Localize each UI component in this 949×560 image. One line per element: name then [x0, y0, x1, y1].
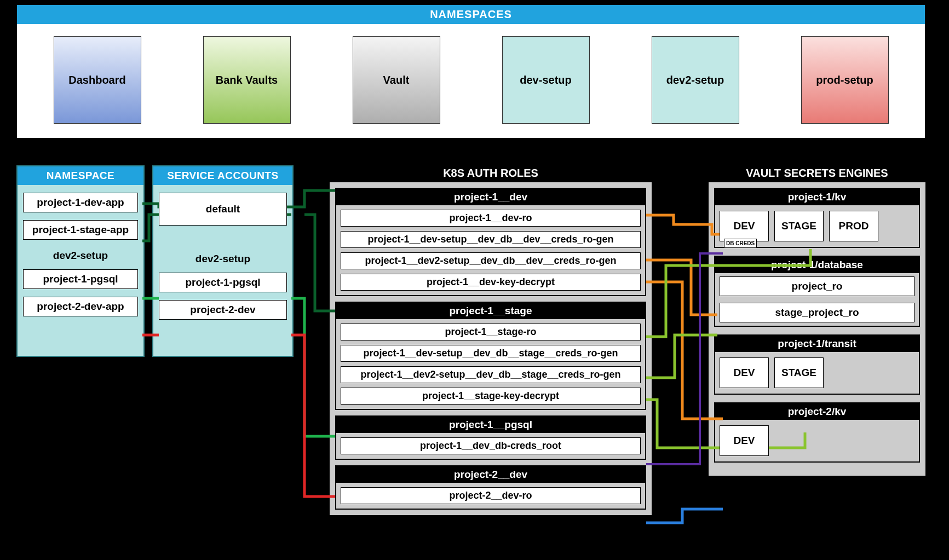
engine-cell: DEV: [720, 425, 769, 456]
auth-role-item: project-1__dev-ro: [341, 210, 641, 227]
namespace-sublabel: dev2-setup: [23, 250, 138, 262]
namespace-column: NAMESPACE project-1-dev-appproject-1-sta…: [16, 165, 145, 357]
namespace-box: Bank Vaults: [203, 36, 291, 124]
namespace-entry: project-1-pgsql: [23, 269, 138, 289]
namespace-entry: project-2-dev-app: [23, 297, 138, 316]
connector-line: [646, 260, 717, 315]
auth-role-item: project-1__dev-setup__dev_db__stage__cre…: [341, 345, 641, 362]
namespace-box: Dashboard: [54, 36, 141, 124]
namespaces-row: DashboardBank VaultsVaultdev-setupdev2-s…: [17, 24, 925, 138]
auth-role-item: project-1__dev-key-decrypt: [341, 274, 641, 291]
engine-group-title: project-2/kv: [715, 403, 919, 420]
engine-group-title: project-1/transit: [715, 336, 919, 352]
auth-role-item: project-1__dev2-setup__dev_db__stage__cr…: [341, 366, 641, 383]
engine-group-title: project-1/database: [715, 257, 919, 273]
engine-cell: project_ro: [720, 276, 915, 296]
namespace-box: dev-setup: [502, 36, 590, 124]
auth-role-item: project-1__stage-ro: [341, 324, 641, 340]
service-accounts-column: SERVICE ACCOUNTS default dev2-setup proj…: [152, 165, 294, 357]
engine-cell: STAGE: [774, 357, 824, 388]
engine-group: project-1/transitDEVSTAGE: [714, 334, 920, 395]
engine-group-title: project-1/kv: [715, 189, 919, 205]
auth-role-item: project-1__dev2-setup__dev_db__dev__cred…: [341, 252, 641, 269]
service-account-entry: project-2-dev: [159, 300, 287, 320]
service-account-items: default: [153, 193, 292, 226]
service-accounts-sublabel: dev2-setup: [159, 253, 287, 265]
engines-title: VAULT SECRETS ENGINES: [709, 164, 925, 182]
service-account-items-2: project-1-pgsqlproject-2-dev: [153, 273, 292, 320]
service-account-entry: project-1-pgsql: [159, 273, 287, 292]
namespace-entry: project-1-stage-app: [23, 220, 138, 240]
service-account-entry: default: [159, 193, 287, 226]
engine-groups: project-1/kvDEVSTAGEPRODproject-1/databa…: [709, 188, 925, 463]
namespace-items: project-1-dev-appproject-1-stage-app: [18, 193, 143, 240]
auth-role-group: project-1__pgsqlproject-1__dev_db-creds_…: [335, 415, 646, 460]
auth-role-group: project-1__devproject-1__dev-roproject-1…: [335, 188, 646, 296]
auth-roles-panel: K8S AUTH ROLES project-1__devproject-1__…: [329, 163, 653, 516]
namespace-box: dev2-setup: [652, 36, 739, 124]
namespace-column-title: NAMESPACE: [18, 166, 143, 185]
auth-role-item: project-1__stage-key-decrypt: [341, 388, 641, 405]
namespaces-panel: NAMESPACES DashboardBank VaultsVaultdev-…: [16, 4, 925, 138]
db-creds-badge: DB CREDS: [724, 239, 757, 248]
engine-row: DEV: [715, 420, 919, 461]
auth-role-group-title: project-1__stage: [336, 303, 645, 319]
auth-role-group-title: project-1__pgsql: [336, 417, 645, 433]
service-accounts-title: SERVICE ACCOUNTS: [153, 166, 292, 185]
namespaces-title: NAMESPACES: [17, 5, 925, 24]
engine-cell: stage_project_ro: [720, 303, 915, 322]
engine-cell: DEV: [720, 357, 769, 388]
auth-roles-title: K8S AUTH ROLES: [330, 164, 652, 182]
engine-group: project-1/databaseproject_rostage_projec…: [714, 256, 920, 327]
auth-role-item: project-1__dev-setup__dev_db__dev__creds…: [341, 231, 641, 248]
auth-role-item: project-1__dev_db-creds_root: [341, 437, 641, 454]
auth-role-groups: project-1__devproject-1__dev-roproject-1…: [330, 188, 652, 510]
auth-role-group-title: project-1__dev: [336, 189, 645, 205]
auth-role-group-title: project-2__dev: [336, 466, 645, 483]
engine-cell: PROD: [829, 211, 878, 241]
engine-row: DEVSTAGE: [715, 352, 919, 394]
auth-role-item: project-2__dev-ro: [341, 487, 641, 504]
engine-cell: STAGE: [774, 211, 824, 241]
namespace-entry: project-1-dev-app: [23, 193, 138, 212]
connector-line: [646, 335, 717, 378]
engine-cell: DEV: [720, 211, 769, 241]
auth-role-group: project-2__devproject-2__dev-ro: [335, 465, 646, 510]
connector-line: [646, 509, 723, 523]
namespace-box: prod-setup: [801, 36, 889, 124]
namespace-box: Vault: [353, 36, 440, 124]
namespace-items-2: project-1-pgsqlproject-2-dev-app: [18, 269, 143, 316]
auth-role-group: project-1__stageproject-1__stage-roproje…: [335, 302, 646, 410]
engine-group: project-2/kvDEV: [714, 402, 920, 463]
engines-panel: VAULT SECRETS ENGINES project-1/kvDEVSTA…: [708, 163, 927, 477]
